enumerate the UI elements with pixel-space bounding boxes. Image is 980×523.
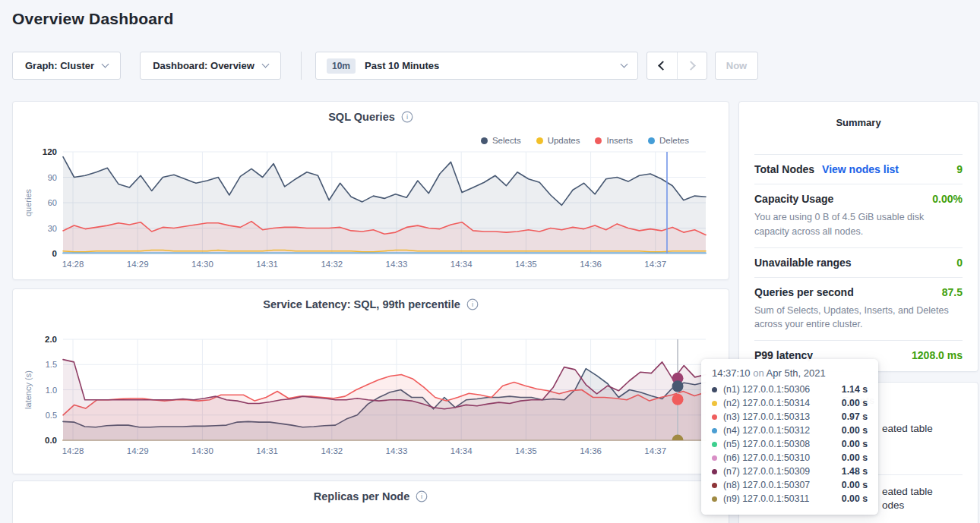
svg-text:14:36: 14:36 [580, 446, 602, 455]
graph-dropdown[interactable]: Graph: Cluster [12, 52, 121, 80]
summary-label: Total Nodes [754, 163, 814, 175]
node-address: (n6) 127.0.0.1:50310 [723, 452, 810, 463]
node-latency-value: 0.00 s [842, 439, 868, 449]
svg-text:14:31: 14:31 [256, 260, 278, 269]
summary-value: 1208.0 ms [912, 349, 963, 361]
chevron-right-icon [686, 61, 696, 71]
controls-divider [301, 52, 302, 80]
node-address: (n3) 127.0.0.1:50313 [723, 411, 810, 422]
tooltip-node-row: (n9) 127.0.0.1:503110.00 s [712, 492, 868, 506]
time-range-label: Past 10 Minutes [365, 60, 613, 71]
chart-title: Replicas per Node [314, 490, 410, 503]
node-color-dot [712, 483, 717, 488]
svg-text:60: 60 [48, 198, 57, 207]
svg-text:14:30: 14:30 [191, 446, 213, 455]
summary-title: Summary [754, 117, 963, 128]
tooltip-node-row: (n8) 127.0.0.1:503070.00 s [712, 478, 868, 492]
tooltip-node-row: (n7) 127.0.0.1:503091.48 s [712, 465, 868, 478]
node-latency-value: 0.00 s [842, 452, 868, 463]
tooltip-node-row: (n4) 127.0.0.1:503120.00 s [712, 424, 868, 437]
svg-text:14:32: 14:32 [321, 446, 343, 455]
svg-text:14:37: 14:37 [644, 260, 666, 269]
tooltip-node-row: (n3) 127.0.0.1:503130.97 s [712, 410, 868, 424]
tooltip-timestamp: 14:37:10 on Apr 5th, 2021 [712, 367, 868, 379]
node-color-dot [712, 428, 717, 433]
node-address: (n2) 127.0.0.1:50314 [723, 398, 810, 408]
tooltip-node-row: (n6) 127.0.0.1:503100.00 s [712, 451, 868, 465]
chart-hover-tooltip: 14:37:10 on Apr 5th, 2021 (n1) 127.0.0.1… [701, 359, 878, 515]
now-button-label: Now [726, 60, 747, 71]
tooltip-node-row: (n2) 127.0.0.1:503140.00 s [712, 396, 868, 410]
event-text-fragment: eated table [882, 423, 933, 434]
next-time-button[interactable] [677, 52, 707, 79]
page-title: Overview Dashboard [12, 10, 174, 28]
node-latency-value: 0.97 s [842, 411, 868, 422]
node-color-dot [712, 496, 717, 502]
chevron-down-icon [261, 61, 269, 68]
svg-text:90: 90 [48, 173, 57, 182]
svg-text:14:29: 14:29 [127, 446, 149, 455]
svg-text:14:35: 14:35 [515, 446, 537, 455]
service-latency-card: Service Latency: SQL, 99th percentile i … [12, 288, 729, 474]
chevron-down-icon [102, 61, 109, 68]
svg-text:1.0: 1.0 [46, 386, 57, 395]
summary-value: 0.00% [932, 193, 963, 205]
svg-text:14:32: 14:32 [321, 260, 343, 269]
tooltip-node-row: (n1) 127.0.0.1:503061.14 s [712, 383, 868, 396]
svg-text:1.5: 1.5 [46, 360, 57, 369]
svg-text:2.0: 2.0 [45, 335, 57, 344]
svg-text:14:35: 14:35 [515, 260, 537, 269]
time-range-badge: 10m [327, 58, 356, 74]
svg-text:latency (s): latency (s) [24, 370, 33, 409]
time-range-selector[interactable]: 10m Past 10 Minutes [315, 52, 638, 80]
svg-text:120: 120 [43, 147, 57, 156]
node-address: (n9) 127.0.0.1:50311 [723, 493, 809, 504]
node-latency-value: 1.14 s [842, 384, 868, 395]
sql-queries-chart[interactable]: 030609012014:2814:2914:3014:3114:3214:33… [13, 102, 730, 281]
node-latency-value: 0.00 s [842, 425, 868, 436]
node-color-dot [712, 469, 717, 474]
summary-row-unavailable-ranges: Unavailable ranges 0 [754, 247, 963, 277]
node-latency-value: 0.00 s [842, 480, 868, 490]
summary-value: 0 [956, 257, 963, 269]
summary-value: 9 [956, 163, 963, 175]
svg-text:14:34: 14:34 [450, 260, 473, 269]
svg-text:14:31: 14:31 [256, 446, 278, 455]
service-latency-chart[interactable]: 0.00.51.01.52.014:2814:2914:3014:3114:32… [13, 289, 730, 475]
svg-text:14:37: 14:37 [644, 446, 666, 455]
svg-text:0: 0 [52, 249, 57, 258]
info-icon[interactable]: i [416, 490, 428, 503]
summary-label: Unavailable ranges [754, 257, 852, 269]
now-button[interactable]: Now [715, 52, 758, 80]
node-color-dot [712, 387, 717, 392]
summary-row-capacity-usage: Capacity Usage 0.00% You are using 0 B o… [754, 184, 963, 247]
chevron-down-icon [621, 61, 628, 68]
node-latency-value: 1.48 s [842, 466, 868, 477]
svg-text:14:30: 14:30 [191, 260, 213, 269]
node-latency-value: 0.00 s [842, 493, 868, 504]
view-nodes-list-link[interactable]: View nodes list [822, 163, 899, 175]
node-address: (n7) 127.0.0.1:50309 [723, 466, 810, 477]
summary-description: You are using 0 B of 4.5 GiB usable disk… [754, 210, 959, 239]
svg-text:30: 30 [48, 224, 57, 233]
tooltip-node-row: (n5) 127.0.0.1:503080.00 s [712, 437, 868, 451]
svg-text:14:33: 14:33 [386, 260, 408, 269]
replicas-per-node-card: Replicas per Node i [12, 480, 729, 523]
node-address: (n4) 127.0.0.1:50312 [723, 425, 810, 436]
svg-text:14:28: 14:28 [62, 260, 84, 269]
event-text-fragment: odes [882, 499, 904, 511]
summary-description: Sum of Selects, Updates, Inserts, and De… [754, 304, 959, 332]
node-color-dot [712, 455, 717, 461]
node-color-dot [712, 401, 717, 406]
dashboard-dropdown[interactable]: Dashboard: Overview [140, 52, 281, 80]
svg-text:14:28: 14:28 [62, 446, 84, 455]
svg-text:0.5: 0.5 [46, 411, 57, 420]
svg-text:queries: queries [24, 188, 33, 216]
prev-time-button[interactable] [647, 52, 677, 79]
svg-text:0.0: 0.0 [45, 436, 57, 445]
time-nav-group [646, 52, 707, 80]
summary-label: Queries per second [754, 286, 854, 298]
svg-text:i: i [421, 492, 422, 500]
event-text-fragment: eated table [882, 486, 933, 497]
summary-label: Capacity Usage [754, 193, 833, 205]
